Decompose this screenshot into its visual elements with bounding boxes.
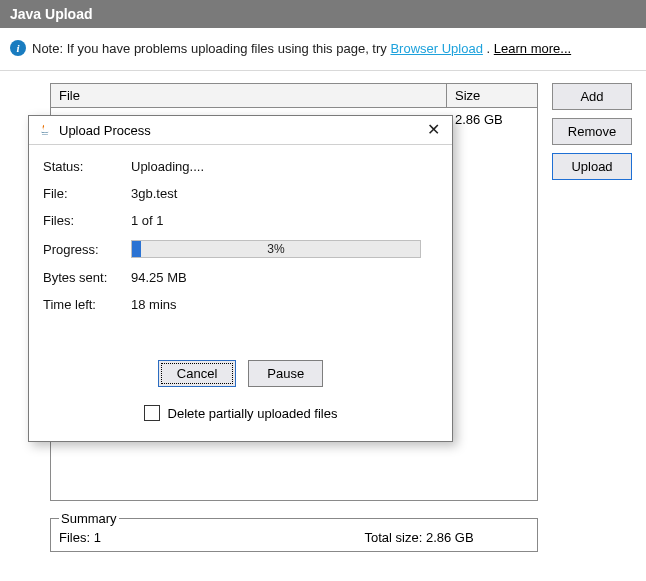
note-row: i Note: If you have problems uploading f… [0, 28, 646, 71]
summary-files: Files: 1 [59, 530, 365, 545]
files-label: Files: [43, 213, 131, 228]
dialog-title: Upload Process [59, 123, 417, 138]
col-header-size[interactable]: Size [447, 84, 537, 108]
browser-upload-link[interactable]: Browser Upload [390, 41, 483, 56]
bytes-sent-label: Bytes sent: [43, 270, 131, 285]
time-left-label: Time left: [43, 297, 131, 312]
info-icon: i [10, 40, 26, 56]
java-icon [37, 122, 53, 138]
file-value: 3gb.test [131, 186, 177, 201]
status-value: Uploading.... [131, 159, 204, 174]
upload-button[interactable]: Upload [552, 153, 632, 180]
note-prefix: Note: If you have problems uploading fil… [32, 41, 390, 56]
files-value: 1 of 1 [131, 213, 164, 228]
bytes-sent-value: 94.25 MB [131, 270, 187, 285]
page-title-bar: Java Upload [0, 0, 646, 28]
time-left-value: 18 mins [131, 297, 177, 312]
add-button[interactable]: Add [552, 83, 632, 110]
col-header-file[interactable]: File [51, 84, 447, 108]
table-header: File Size [51, 84, 537, 108]
learn-more-link[interactable]: Learn more... [494, 41, 571, 56]
pause-button[interactable]: Pause [248, 360, 323, 387]
progress-percent: 3% [132, 241, 420, 257]
file-label: File: [43, 186, 131, 201]
summary-panel: Summary Files: 1 Total size: 2.86 GB [50, 511, 538, 552]
delete-partial-label: Delete partially uploaded files [168, 406, 338, 421]
close-icon[interactable]: ✕ [423, 120, 444, 140]
progress-bar: 3% [131, 240, 421, 258]
progress-label: Progress: [43, 242, 131, 257]
action-button-column: Add Remove Upload [552, 83, 632, 180]
upload-process-dialog: Upload Process ✕ Status: Uploading.... F… [28, 115, 453, 442]
remove-button[interactable]: Remove [552, 118, 632, 145]
status-label: Status: [43, 159, 131, 174]
cancel-button[interactable]: Cancel [158, 360, 236, 387]
page-title: Java Upload [10, 6, 92, 22]
delete-partial-checkbox[interactable] [144, 405, 160, 421]
cell-size: 2.86 GB [447, 108, 537, 131]
dialog-title-bar[interactable]: Upload Process ✕ [29, 116, 452, 145]
summary-legend: Summary [59, 511, 119, 526]
note-after-link: . [487, 41, 494, 56]
note-text: Note: If you have problems uploading fil… [32, 41, 571, 56]
summary-total-size: Total size: 2.86 GB [365, 530, 530, 545]
